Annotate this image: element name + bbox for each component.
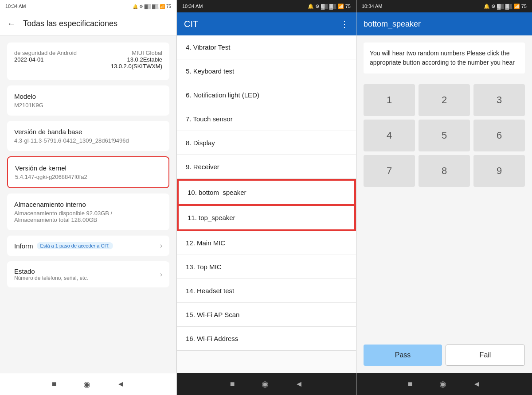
almacenamiento-section: Almacenamiento interno Almacenamiento di… bbox=[7, 194, 169, 230]
nav-back-icon-2[interactable]: ◄ bbox=[295, 380, 303, 389]
cit-header: CIT ⋮ bbox=[177, 12, 356, 35]
banda-base-label: Versión de banda base bbox=[14, 128, 162, 136]
estado-title: Estado bbox=[14, 267, 88, 275]
bottom-actions: Pass Fail bbox=[364, 345, 525, 366]
num-btn-1[interactable]: 1 bbox=[364, 84, 415, 116]
inform-section[interactable]: Inform Está a 1 paso de acceder a CIT. › bbox=[7, 236, 169, 256]
inform-badge: Está a 1 paso de acceder a CIT. bbox=[37, 242, 113, 249]
status-icons-3: 🔔 ⚙ ▓▒ ▓▒ 📶 75 bbox=[484, 4, 527, 9]
estado-left: Estado Número de teléfono, señal, etc. bbox=[14, 267, 88, 281]
kernel-value: 5.4.147-qgki-g2068847f0fa2 bbox=[15, 174, 161, 180]
nav-back-icon-3[interactable]: ◄ bbox=[473, 380, 481, 389]
nav-circle-icon-1[interactable]: ◉ bbox=[83, 380, 90, 389]
status-bar-3: 10:34 AM 🔔 ⚙ ▓▒ ▓▒ 📶 75 bbox=[356, 0, 532, 12]
list-item[interactable]: 5. Keyboard test bbox=[177, 59, 356, 83]
panel-bottom-speaker: 10:34 AM 🔔 ⚙ ▓▒ ▓▒ 📶 75 bottom_speaker Y… bbox=[356, 0, 532, 395]
list-item[interactable]: 13. Top MIC bbox=[177, 255, 356, 279]
miui-build: 13.0.2.0(SKITWXM) bbox=[111, 63, 162, 70]
chevron-right-estado-icon: › bbox=[160, 271, 162, 279]
page-title-1: Todas las especificaciones bbox=[23, 19, 117, 28]
list-item[interactable]: 9. Receiver bbox=[177, 155, 356, 179]
android-security-date: 2022-04-01 bbox=[14, 56, 77, 63]
top-speaker-item[interactable]: 11. top_speaker bbox=[178, 205, 355, 230]
time-1: 10:34 AM bbox=[5, 4, 26, 9]
highlighted-group: 10. bottom_speaker 11. top_speaker bbox=[177, 179, 356, 231]
miui-label: MIUI Global bbox=[111, 50, 162, 56]
list-item[interactable]: 4. Vibrator Test bbox=[177, 35, 356, 59]
instruction-box: You will hear two random numbers Please … bbox=[364, 43, 525, 74]
android-miui-right: MIUI Global 13.0.2Estable 13.0.2.0(SKITW… bbox=[111, 50, 162, 70]
status-bar-2: 10:34 AM 🔔 ⚙ ▓▒ ▓▒ 📶 75 bbox=[177, 0, 356, 12]
status-bar-1: 10:34 AM 🔔 ⚙ ▓▒ ▓▒ 📶 75 bbox=[0, 0, 176, 12]
almacenamiento-sub1: Almacenamiento disponible 92.03GB / bbox=[14, 210, 162, 217]
nav-square-icon-2[interactable]: ■ bbox=[230, 380, 235, 389]
chevron-right-icon: › bbox=[160, 242, 162, 250]
panel-specifications: 10:34 AM 🔔 ⚙ ▓▒ ▓▒ 📶 75 ← Todas las espe… bbox=[0, 0, 176, 395]
modelo-section: Modelo M2101K9G bbox=[7, 85, 169, 116]
cit-list: 4. Vibrator Test 5. Keyboard test 6. Not… bbox=[177, 35, 356, 373]
almacenamiento-label: Almacenamiento interno bbox=[14, 201, 162, 208]
android-security-label: de seguridad de Android bbox=[14, 50, 77, 56]
nav-back-icon-1[interactable]: ◄ bbox=[117, 380, 125, 389]
num-btn-4[interactable]: 4 bbox=[364, 120, 415, 151]
list-item[interactable]: 8. Display bbox=[177, 131, 356, 155]
bottom-speaker-header: bottom_speaker bbox=[356, 12, 532, 35]
inform-title: Inform bbox=[14, 242, 33, 250]
list-item[interactable]: 15. Wi-Fi AP Scan bbox=[177, 303, 356, 327]
status-icons-1: 🔔 ⚙ ▓▒ ▓▒ 📶 75 bbox=[133, 4, 171, 9]
estado-sub: Número de teléfono, señal, etc. bbox=[14, 275, 88, 281]
nav-circle-icon-3[interactable]: ◉ bbox=[439, 379, 446, 389]
time-3: 10:34 AM bbox=[362, 4, 382, 9]
fail-button[interactable]: Fail bbox=[446, 345, 525, 366]
kernel-section: Versión de kernel 5.4.147-qgki-g2068847f… bbox=[7, 156, 169, 188]
menu-icon[interactable]: ⋮ bbox=[340, 19, 349, 29]
nav-circle-icon-2[interactable]: ◉ bbox=[262, 379, 269, 389]
modelo-label: Modelo bbox=[14, 93, 162, 100]
list-item[interactable]: 16. Wi-Fi Address bbox=[177, 327, 356, 351]
inform-left: Inform Está a 1 paso de acceder a CIT. bbox=[14, 242, 113, 250]
time-2: 10:34 AM bbox=[182, 4, 203, 9]
nav-square-icon-3[interactable]: ■ bbox=[408, 380, 413, 389]
back-arrow-icon[interactable]: ← bbox=[7, 19, 16, 29]
miui-version: 13.0.2Estable bbox=[111, 56, 162, 63]
status-icons-2: 🔔 ⚙ ▓▒ ▓▒ 📶 75 bbox=[308, 4, 351, 9]
list-item[interactable]: 14. Headset test bbox=[177, 279, 356, 303]
android-security-section: de seguridad de Android 2022-04-01 MIUI … bbox=[7, 43, 169, 80]
numpad: 1 2 3 4 5 6 7 8 9 bbox=[364, 84, 525, 187]
list-item[interactable]: 6. Notification light (LED) bbox=[177, 83, 356, 107]
estado-section[interactable]: Estado Número de teléfono, señal, etc. › bbox=[7, 261, 169, 287]
almacenamiento-sub2: Almacenamiento total 128.00GB bbox=[14, 217, 162, 223]
num-btn-6[interactable]: 6 bbox=[473, 120, 525, 151]
panel-cit: 10:34 AM 🔔 ⚙ ▓▒ ▓▒ 📶 75 CIT ⋮ 4. Vibrato… bbox=[176, 0, 356, 395]
bottom-speaker-item[interactable]: 10. bottom_speaker bbox=[178, 180, 355, 205]
nav-bar-2: ■ ◉ ◄ bbox=[177, 373, 356, 395]
pass-button[interactable]: Pass bbox=[364, 345, 442, 366]
nav-bar-1: ■ ◉ ◄ bbox=[0, 373, 176, 395]
num-btn-8[interactable]: 8 bbox=[419, 155, 470, 187]
cit-title: CIT bbox=[184, 19, 198, 29]
banda-base-value: 4.3-gl-11.3-5791.6-0412_1309_28d61f9496d bbox=[14, 137, 162, 144]
banda-base-section: Versión de banda base 4.3-gl-11.3-5791.6… bbox=[7, 121, 169, 151]
specifications-content: de seguridad de Android 2022-04-01 MIUI … bbox=[0, 35, 176, 373]
list-item[interactable]: 12. Main MIC bbox=[177, 231, 356, 255]
num-btn-7[interactable]: 7 bbox=[364, 155, 415, 187]
modelo-value: M2101K9G bbox=[14, 102, 162, 108]
bottom-speaker-content: You will hear two random numbers Please … bbox=[356, 35, 532, 373]
list-item[interactable]: 7. Touch sensor bbox=[177, 107, 356, 131]
num-btn-3[interactable]: 3 bbox=[473, 84, 525, 116]
nav-bar-3: ■ ◉ ◄ bbox=[356, 373, 532, 395]
nav-square-icon-1[interactable]: ■ bbox=[52, 380, 57, 389]
top-bar-1: ← Todas las especificaciones bbox=[0, 12, 176, 35]
android-security-row: de seguridad de Android 2022-04-01 MIUI … bbox=[14, 50, 162, 70]
android-security-left: de seguridad de Android 2022-04-01 bbox=[14, 50, 77, 70]
bottom-speaker-title: bottom_speaker bbox=[364, 19, 421, 29]
num-btn-5[interactable]: 5 bbox=[419, 120, 470, 151]
num-btn-2[interactable]: 2 bbox=[419, 84, 470, 116]
kernel-label: Versión de kernel bbox=[15, 164, 161, 172]
num-btn-9[interactable]: 9 bbox=[473, 155, 525, 187]
